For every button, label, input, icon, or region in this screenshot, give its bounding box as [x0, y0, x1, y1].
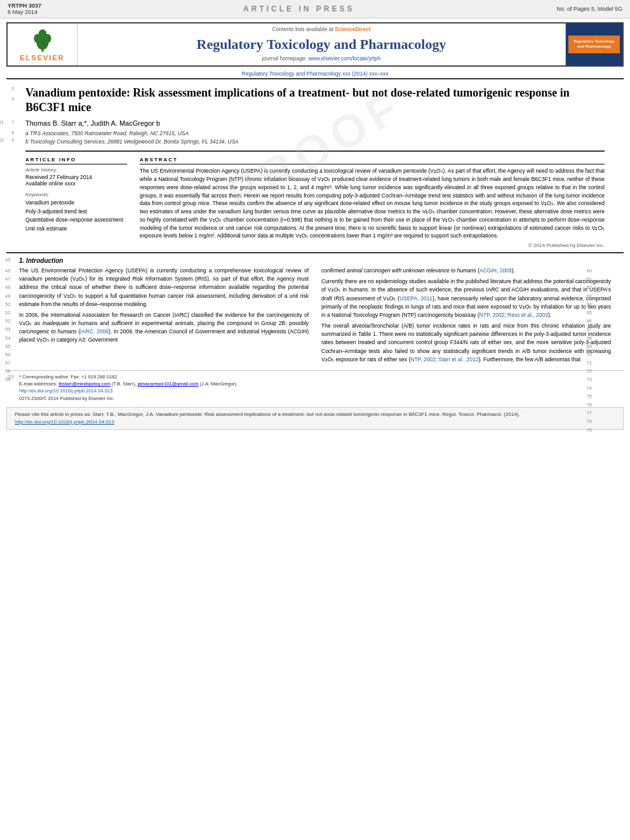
- svg-point-4: [38, 29, 46, 39]
- journal-homepage: journal homepage: www.elsevier.com/locat…: [262, 55, 381, 62]
- q3-label: Q3: [8, 373, 14, 380]
- history-label: Article history:: [25, 167, 127, 173]
- copyright: © 2014 Published by Elsevier Inc.: [140, 243, 605, 248]
- body-two-col: 4647484950 515253 545556575859 The US En…: [19, 267, 611, 366]
- article-info-heading: ARTICLE INFO: [25, 157, 127, 164]
- body-section: 45 1. Introduction 4647484950 515253 545…: [0, 257, 630, 366]
- available-online: Available online xxxx: [25, 180, 127, 187]
- elsevier-logo-section: ELSEVIER: [8, 23, 77, 65]
- journal-badge-text: Regulatory Toxicology and Pharmacology: [571, 39, 617, 50]
- article-info-column: ARTICLE INFO Article history: Received 2…: [25, 157, 127, 248]
- line-num-45: 45: [5, 257, 10, 263]
- abstract-column: ABSTRACT The US Environmental Protection…: [140, 157, 605, 248]
- keyword-1: Vanadium pentoxide: [25, 199, 127, 208]
- keywords-list: Vanadium pentoxide Poly-3-adjusted trend…: [25, 199, 127, 233]
- authors: Thomas B. Starr a,*, Judith A. MacGregor…: [25, 119, 605, 127]
- corresponding-author: * Corresponding author. Fax: +1 919 280 …: [19, 373, 611, 380]
- journal-url[interactable]: www.elsevier.com/locate/yrtph: [308, 55, 380, 62]
- top-bar: YRTPH 3037 6 May 2014 ARTICLE IN PRESS N…: [0, 0, 630, 18]
- affiliations: a TRS Associates, 7500 Rainswater Road, …: [25, 130, 605, 146]
- line-num-9: 9: [11, 137, 14, 143]
- line-num-8: 8: [11, 130, 14, 135]
- elsevier-brand: ELSEVIER: [20, 54, 64, 62]
- line-num-3: 3: [11, 86, 14, 91]
- line-num-7: 7: [11, 119, 14, 125]
- body-left-col: 4647484950 515253 545556575859 The US En…: [19, 267, 309, 366]
- article-info-abstract-section: ARTICLE INFO Article history: Received 2…: [25, 157, 605, 248]
- line-nums-right: 6061 626364656667686970 7172737475767778…: [587, 267, 592, 434]
- keywords-label: Keywords:: [25, 192, 127, 197]
- line-num-4: 4: [11, 96, 14, 102]
- line-nums-left: 4647484950 515253 545556575859: [5, 267, 10, 384]
- manuscript-id: YRTPH 3037 6 May 2014: [8, 3, 41, 15]
- doi-link[interactable]: http://dx.doi.org/10.1016/j.yrtph.2014.0…: [19, 387, 611, 394]
- article-in-press-label: ARTICLE IN PRESS: [243, 4, 354, 13]
- email2-link[interactable]: jamacgregor101@gmail.com: [137, 381, 198, 387]
- keyword-4: Unit risk estimate: [25, 225, 127, 234]
- intro-heading: 1. Introduction: [19, 257, 611, 264]
- body-right-col: 6061 626364656667686970 7172737475767778…: [321, 267, 611, 366]
- citation-bar: Please cite this article in press as: St…: [6, 407, 624, 430]
- q2-marker: Q2: [0, 137, 4, 143]
- article-title: Vanadium pentoxide: Risk assessment impl…: [25, 86, 605, 116]
- journal-header: ELSEVIER Contents lists available at Sci…: [6, 22, 624, 67]
- main-content: PROOF 3 4 Vanadium pentoxide: Risk asses…: [6, 86, 624, 248]
- q1-marker: Q1: [0, 119, 4, 125]
- citation-doi-link[interactable]: http://dx.doi.org/10.1016/j.yrtph.2014.0…: [15, 419, 114, 425]
- keyword-3: Quantitative dose–response assessment: [25, 216, 127, 225]
- abstract-heading: ABSTRACT: [140, 157, 605, 164]
- page-info: No. of Pages 5, Model 5G: [556, 6, 622, 12]
- government-text: Government: [88, 337, 118, 343]
- journal-center: Contents lists available at ScienceDirec…: [77, 23, 565, 65]
- keyword-2: Poly-3-adjusted trend test: [25, 208, 127, 217]
- email-line: E-mail addresses: tbstarr@mindspring.com…: [19, 380, 611, 387]
- authors-section: 7 Q1 Thomas B. Starr a,*, Judith A. MacG…: [25, 119, 605, 127]
- abstract-text: The US Environmental Protection Agency (…: [140, 167, 605, 240]
- received-date: Received 27 February 2014: [25, 174, 127, 180]
- journal-logo-right: Regulatory Toxicology and Pharmacology: [565, 23, 622, 65]
- sciencedirect-notice: Contents lists available at ScienceDirec…: [272, 26, 371, 32]
- elsevier-tree-icon: [30, 27, 55, 53]
- footnote-section: Q3 * Corresponding author. Fax: +1 919 2…: [6, 370, 624, 404]
- issn-line: 0273-2300/© 2014 Published by Elsevier I…: [19, 395, 611, 402]
- journal-ref: Regulatory Toxicology and Pharmacology x…: [6, 70, 624, 77]
- sciencedirect-link[interactable]: ScienceDirect: [335, 26, 370, 32]
- email1-link[interactable]: tbstarr@mindspring.com: [58, 381, 111, 387]
- journal-title: Regulatory Toxicology and Pharmacology: [197, 36, 446, 53]
